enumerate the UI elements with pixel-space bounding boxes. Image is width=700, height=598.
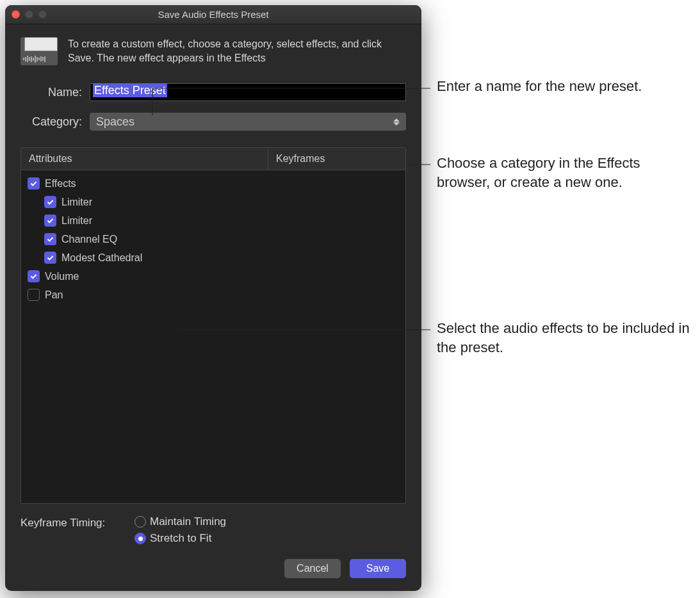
name-value: Effects Preset [93,83,167,97]
annotation-effects: Select the audio effects to be included … [437,319,693,357]
minimize-icon [25,10,33,19]
checkbox-icon[interactable] [28,289,40,301]
radio-icon[interactable] [134,516,146,528]
category-label: Category: [20,115,90,129]
category-value: Spaces [96,115,134,129]
close-icon[interactable] [12,10,20,19]
keyframe-timing-label: Keyframe Timing: [20,515,134,529]
column-keyframes[interactable]: Keyframes [268,148,405,170]
radio-label: Stretch to Fit [150,532,211,545]
save-button[interactable]: Save [350,559,406,578]
dialog-window: Save Audio Effects Preset To create a cu… [5,5,421,591]
traffic-lights [5,10,47,19]
name-input[interactable]: Effects Preset [90,83,406,101]
maximize-icon [38,10,47,19]
checkbox-icon[interactable] [44,233,56,245]
attr-label: Pan [45,289,63,301]
checkbox-icon[interactable] [44,196,56,208]
radio-group: Maintain Timing Stretch to Fit [134,515,226,545]
titlebar: Save Audio Effects Preset [5,5,421,24]
attr-row-channel-eq[interactable]: Channel EQ [21,230,405,248]
category-select[interactable]: Spaces [90,113,406,131]
checkbox-icon[interactable] [28,270,40,282]
column-attributes[interactable]: Attributes [21,148,268,170]
attr-row-pan[interactable]: Pan [21,286,405,304]
attr-row-modest-cathedral[interactable]: Modest Cathedral [21,248,405,267]
window-title: Save Audio Effects Preset [5,9,421,20]
attr-row-effects[interactable]: Effects [21,174,405,193]
attributes-table: Attributes Keyframes Effects Limiter Lim… [20,147,406,504]
intro-text: To create a custom effect, choose a cate… [68,37,406,65]
attr-row-volume[interactable]: Volume [21,267,405,286]
button-row: Cancel Save [20,556,406,578]
updown-icon [393,118,400,125]
name-row: Name: Effects Preset [20,83,406,101]
radio-icon[interactable] [134,533,146,544]
attr-label: Volume [45,271,79,282]
attr-row-limiter-1[interactable]: Limiter [21,193,405,211]
table-body: Effects Limiter Limiter Channel EQ Modes… [21,170,405,503]
attr-label: Modest Cathedral [61,252,142,264]
keyframe-timing-row: Keyframe Timing: Maintain Timing Stretch… [20,515,406,545]
checkbox-icon[interactable] [44,214,56,227]
attr-label: Channel EQ [61,234,117,245]
attr-label: Limiter [61,197,92,208]
table-header: Attributes Keyframes [21,148,405,170]
intro-row: To create a custom effect, choose a cate… [20,37,406,65]
checkbox-icon[interactable] [44,252,56,264]
preset-icon [20,37,58,65]
window-body: To create a custom effect, choose a cate… [5,24,421,591]
radio-label: Maintain Timing [150,515,226,528]
attr-label: Effects [45,178,76,190]
radio-stretch-to-fit[interactable]: Stretch to Fit [134,532,226,545]
attr-label: Limiter [61,215,92,227]
annotation-name: Enter a name for the new preset. [437,77,648,96]
cancel-button[interactable]: Cancel [284,559,341,578]
category-row: Category: Spaces [20,113,406,131]
annotation-category: Choose a category in the Effects browser… [437,154,680,191]
attr-row-limiter-2[interactable]: Limiter [21,211,405,230]
name-label: Name: [20,86,90,99]
radio-maintain-timing[interactable]: Maintain Timing [134,515,226,528]
checkbox-icon[interactable] [28,177,40,190]
